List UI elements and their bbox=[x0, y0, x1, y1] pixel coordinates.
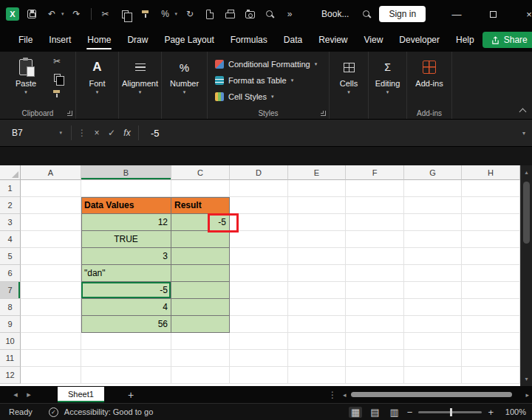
ribbon-tab-data[interactable]: Data bbox=[276, 28, 310, 52]
cell-E7[interactable] bbox=[288, 282, 346, 299]
scroll-left-icon[interactable]: ◂ bbox=[343, 391, 347, 399]
save-icon[interactable] bbox=[24, 5, 39, 23]
cell-C1[interactable] bbox=[171, 180, 230, 197]
cell-E1[interactable] bbox=[288, 180, 346, 197]
undo-icon[interactable]: ↶ bbox=[44, 5, 59, 23]
cell-B4[interactable]: TRUE bbox=[81, 231, 171, 248]
row-header-3[interactable]: 3 bbox=[0, 214, 21, 231]
cell-B2[interactable]: Data Values bbox=[81, 197, 171, 214]
column-header-D[interactable]: D bbox=[230, 165, 288, 180]
cell-G8[interactable] bbox=[404, 299, 462, 316]
cell-D6[interactable] bbox=[230, 265, 288, 282]
ribbon-tab-help[interactable]: Help bbox=[448, 28, 482, 52]
cell-A11[interactable] bbox=[21, 350, 81, 367]
cell-styles-button[interactable]: Cell Styles ▾ bbox=[215, 89, 329, 105]
cell-B8[interactable]: 4 bbox=[81, 299, 171, 316]
column-header-E[interactable]: E bbox=[288, 165, 346, 180]
cut-button[interactable]: ✂ bbox=[49, 53, 65, 69]
ribbon-tab-view[interactable]: View bbox=[356, 28, 392, 52]
print-icon[interactable] bbox=[222, 5, 237, 23]
cell-G7[interactable] bbox=[404, 282, 462, 299]
cell-F12[interactable] bbox=[346, 367, 404, 384]
cell-D3[interactable] bbox=[230, 214, 288, 231]
cell-H12[interactable] bbox=[462, 367, 520, 384]
cell-G6[interactable] bbox=[404, 265, 462, 282]
close-button[interactable]: × bbox=[514, 0, 532, 28]
percent-style-icon[interactable]: % bbox=[158, 5, 173, 23]
zoom-slider-thumb[interactable] bbox=[450, 408, 452, 416]
row-header-1[interactable]: 1 bbox=[0, 180, 21, 197]
cell-G10[interactable] bbox=[404, 333, 462, 350]
cell-F4[interactable] bbox=[346, 231, 404, 248]
cell-F11[interactable] bbox=[346, 350, 404, 367]
cell-H10[interactable] bbox=[462, 333, 520, 350]
cell-C5[interactable] bbox=[171, 248, 230, 265]
cell-E9[interactable] bbox=[288, 316, 346, 333]
clipboard-dialog-launcher[interactable] bbox=[67, 111, 72, 116]
alignment-button[interactable]: Alignment ▾ bbox=[119, 52, 161, 108]
zoom-in-button[interactable]: + bbox=[488, 407, 494, 418]
sheet-options-icon[interactable]: ⋮ bbox=[328, 390, 337, 400]
cell-C4[interactable] bbox=[171, 231, 230, 248]
column-header-G[interactable]: G bbox=[404, 165, 462, 180]
column-header-F[interactable]: F bbox=[346, 165, 404, 180]
minimize-button[interactable]: — bbox=[441, 0, 472, 28]
column-header-C[interactable]: C bbox=[171, 165, 230, 180]
cell-H5[interactable] bbox=[462, 248, 520, 265]
page-layout-view-button[interactable]: ▤ bbox=[368, 407, 381, 418]
horizontal-scrollbar-thumb[interactable] bbox=[351, 392, 512, 397]
more-commands-icon[interactable]: » bbox=[282, 5, 297, 23]
cell-D4[interactable] bbox=[230, 231, 288, 248]
conditional-formatting-button[interactable]: Conditional Formatting ▾ bbox=[215, 56, 329, 72]
share-button[interactable]: Share bbox=[482, 32, 532, 48]
cell-A3[interactable] bbox=[21, 214, 81, 231]
cell-A5[interactable] bbox=[21, 248, 81, 265]
cell-A10[interactable] bbox=[21, 333, 81, 350]
cell-H8[interactable] bbox=[462, 299, 520, 316]
cell-A12[interactable] bbox=[21, 367, 81, 384]
cell-F8[interactable] bbox=[346, 299, 404, 316]
cell-E6[interactable] bbox=[288, 265, 346, 282]
cell-B5[interactable]: 3 bbox=[81, 248, 171, 265]
name-box[interactable]: B7 ▾ bbox=[6, 123, 68, 142]
ribbon-tab-review[interactable]: Review bbox=[310, 28, 355, 52]
cell-D7[interactable] bbox=[230, 282, 288, 299]
row-header-4[interactable]: 4 bbox=[0, 231, 21, 248]
normal-view-button[interactable]: ▦ bbox=[349, 407, 362, 418]
cell-E11[interactable] bbox=[288, 350, 346, 367]
ribbon-tab-draw[interactable]: Draw bbox=[119, 28, 156, 52]
cell-D12[interactable] bbox=[230, 367, 288, 384]
cell-F3[interactable] bbox=[346, 214, 404, 231]
cell-F2[interactable] bbox=[346, 197, 404, 214]
horizontal-scrollbar[interactable]: ◂ ▸ bbox=[343, 391, 529, 399]
sheet-tab-sheet1[interactable]: Sheet1 bbox=[58, 387, 104, 402]
cell-G1[interactable] bbox=[404, 180, 462, 197]
cell-D9[interactable] bbox=[230, 316, 288, 333]
cell-E3[interactable] bbox=[288, 214, 346, 231]
cell-B3[interactable]: 12 bbox=[81, 214, 171, 231]
scroll-up-icon[interactable]: ▴ bbox=[521, 169, 532, 176]
cell-C10[interactable] bbox=[171, 333, 230, 350]
cell-G3[interactable] bbox=[404, 214, 462, 231]
cell-C8[interactable] bbox=[171, 299, 230, 316]
cell-B12[interactable] bbox=[81, 367, 171, 384]
row-header-10[interactable]: 10 bbox=[0, 333, 21, 350]
row-header-2[interactable]: 2 bbox=[0, 197, 21, 214]
zoom-out-button[interactable]: − bbox=[407, 407, 413, 418]
select-all-corner[interactable] bbox=[0, 165, 21, 180]
redo-icon[interactable]: ↷ bbox=[69, 5, 84, 23]
cell-D8[interactable] bbox=[230, 299, 288, 316]
cell-C6[interactable] bbox=[171, 265, 230, 282]
cut-icon[interactable]: ✂ bbox=[98, 5, 113, 23]
cell-G11[interactable] bbox=[404, 350, 462, 367]
add-sheet-button[interactable]: + bbox=[128, 389, 134, 401]
cell-A6[interactable] bbox=[21, 265, 81, 282]
addins-button[interactable]: Add-ins bbox=[407, 52, 451, 108]
paste-button[interactable]: Paste ▾ bbox=[9, 52, 43, 108]
cell-C9[interactable] bbox=[171, 316, 230, 333]
cell-D5[interactable] bbox=[230, 248, 288, 265]
cell-G5[interactable] bbox=[404, 248, 462, 265]
new-file-icon[interactable] bbox=[202, 5, 217, 23]
undo-dropdown-icon[interactable]: ▾ bbox=[61, 11, 64, 17]
cell-F7[interactable] bbox=[346, 282, 404, 299]
